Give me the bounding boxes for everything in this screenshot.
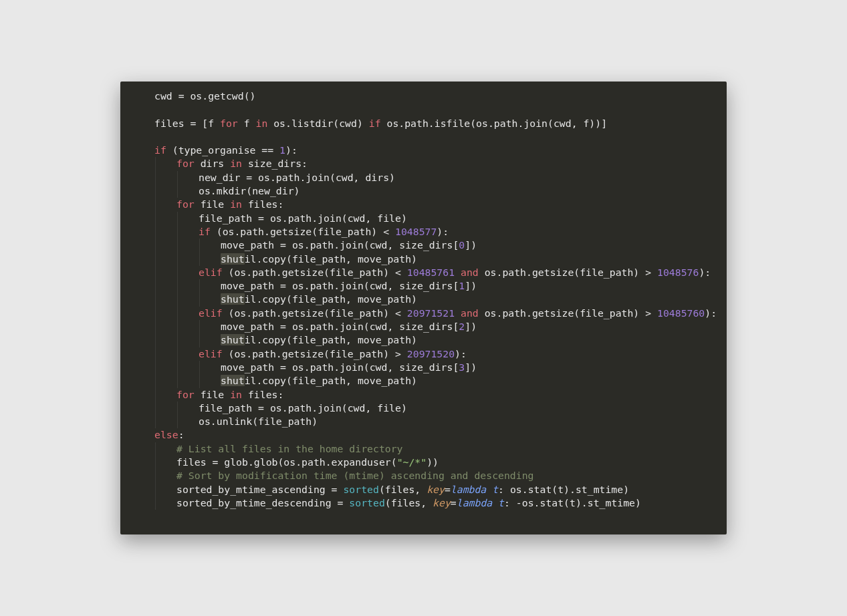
code-line[interactable]: files = glob.glob(os.path.expanduser("~/… <box>132 456 715 469</box>
code-line[interactable]: os.mkdir(new_dir) <box>132 184 715 198</box>
code-token <box>455 307 461 319</box>
indent-guide <box>199 320 200 333</box>
code-token: ): <box>437 226 449 237</box>
code-token: 20971520 <box>407 348 455 359</box>
indent-guide <box>155 483 156 496</box>
code-line[interactable]: shutil.copy(file_path, move_path) <box>132 293 715 306</box>
code-line[interactable]: elif (os.path.getsize(file_path) < 10485… <box>132 266 715 279</box>
code-line[interactable]: file_path = os.path.join(cwd, file) <box>132 212 715 225</box>
code-line[interactable]: if (type_organise == 1): <box>132 144 715 157</box>
code-token: files: <box>242 198 283 210</box>
code-token: (os.path.getsize(file_path) < <box>211 226 395 237</box>
code-token: file <box>195 198 230 210</box>
code-token: 20971521 <box>407 307 455 319</box>
code-token: (type_organise == <box>166 144 279 156</box>
code-line[interactable]: file_path = os.path.join(cwd, file) <box>132 402 715 415</box>
indent-guide <box>199 239 200 252</box>
indent-guide <box>155 253 156 266</box>
code-token: sorted_by_mtime_descending = <box>176 497 349 508</box>
code-token: = <box>445 484 451 495</box>
code-line[interactable]: for file in files: <box>132 388 715 402</box>
code-token: : <box>178 429 185 440</box>
code-token: 2 <box>459 321 465 332</box>
code-token: dirs <box>195 158 230 169</box>
code-line[interactable]: files = [f for f in os.listdir(cwd) if o… <box>132 117 715 130</box>
indent-guide <box>177 333 178 347</box>
code-token: 1048577 <box>395 226 437 237</box>
indent-guide <box>177 320 178 333</box>
indent-guide <box>199 253 200 266</box>
indent-guide <box>177 361 178 374</box>
indent-guide <box>155 157 156 170</box>
code-line[interactable]: for dirs in size_dirs: <box>132 157 715 170</box>
code-token: os.unlink(file_path) <box>199 416 318 427</box>
code-line[interactable]: new_dir = os.path.join(cwd, dirs) <box>132 171 715 184</box>
code-token: for <box>220 118 238 129</box>
code-token: (os.path.getsize(file_path) < <box>223 307 407 319</box>
code-line[interactable]: os.unlink(file_path) <box>132 415 715 428</box>
indent-guide <box>155 225 156 239</box>
code-line[interactable]: # Sort by modification time (mtime) asce… <box>132 469 715 482</box>
code-line[interactable]: for file in files: <box>132 198 715 211</box>
code-token: file <box>195 389 230 400</box>
code-token: sorted <box>343 484 378 495</box>
code-line[interactable]: elif (os.path.getsize(file_path) > 20971… <box>132 347 715 361</box>
code-token: = <box>451 497 457 508</box>
code-line[interactable]: move_path = os.path.join(cwd, size_dirs[… <box>132 361 715 374</box>
code-token: 1048576 <box>657 267 699 278</box>
code-line[interactable]: elif (os.path.getsize(file_path) < 20971… <box>132 307 715 320</box>
code-content[interactable]: cwd = os.getcwd() files = [f for f in os… <box>120 90 727 510</box>
code-token: shut <box>221 375 245 386</box>
indent-guide <box>155 198 156 211</box>
code-token: files = [f <box>154 118 220 129</box>
code-line[interactable]: move_path = os.path.join(cwd, size_dirs[… <box>132 279 715 293</box>
code-token: file_path = os.path.join(cwd, file) <box>199 402 407 414</box>
indent-guide <box>199 374 200 388</box>
code-line[interactable]: move_path = os.path.join(cwd, size_dirs[… <box>132 239 715 252</box>
code-token: in <box>255 118 267 129</box>
code-token: move_path = os.path.join(cwd, size_dirs[ <box>221 321 459 332</box>
indent-guide <box>199 361 200 374</box>
code-line[interactable] <box>132 130 715 144</box>
code-token: ]) <box>465 321 477 332</box>
code-line[interactable] <box>132 103 715 116</box>
code-editor[interactable]: cwd = os.getcwd() files = [f for f in os… <box>120 82 727 534</box>
indent-guide <box>155 456 156 469</box>
indent-guide <box>177 225 178 239</box>
code-line[interactable]: shutil.copy(file_path, move_path) <box>132 374 715 388</box>
code-token: files: <box>242 389 283 400</box>
code-line[interactable]: shutil.copy(file_path, move_path) <box>132 253 715 266</box>
indent-guide <box>177 239 178 252</box>
code-token: key <box>427 484 445 495</box>
code-line[interactable]: else: <box>132 428 715 442</box>
code-token: key <box>433 497 451 508</box>
code-line[interactable]: move_path = os.path.join(cwd, size_dirs[… <box>132 320 715 333</box>
code-line[interactable]: if (os.path.getsize(file_path) < 1048577… <box>132 225 715 239</box>
code-token: ): <box>699 267 711 278</box>
code-token: 1 <box>459 280 465 291</box>
indent-guide <box>155 293 156 306</box>
code-token: file_path = os.path.join(cwd, file) <box>199 212 407 224</box>
code-token: 3 <box>459 361 465 373</box>
indent-guide <box>177 253 178 266</box>
code-line[interactable]: # List all files in the home directory <box>132 442 715 456</box>
code-token: sorted_by_mtime_ascending = <box>176 484 343 495</box>
code-token: and <box>461 267 479 278</box>
code-token: ): <box>455 348 467 359</box>
indent-guide <box>155 239 156 252</box>
code-token: os.path.getsize(file_path) > <box>479 307 657 319</box>
indent-guide <box>199 293 200 306</box>
indent-guide <box>177 266 178 279</box>
code-line[interactable]: sorted_by_mtime_ascending = sorted(files… <box>132 483 715 496</box>
indent-guide <box>155 307 156 320</box>
indent-guide <box>155 333 156 347</box>
code-line[interactable]: sorted_by_mtime_descending = sorted(file… <box>132 496 715 510</box>
code-line[interactable]: cwd = os.getcwd() <box>132 90 715 103</box>
indent-guide <box>155 388 156 402</box>
code-line[interactable]: shutil.copy(file_path, move_path) <box>132 333 715 347</box>
stage: cwd = os.getcwd() files = [f for f in os… <box>0 0 847 616</box>
indent-guide <box>177 374 178 388</box>
code-token: "~/*" <box>397 456 427 468</box>
code-token: : -os.stat(t).st_mtime) <box>504 497 641 508</box>
code-token: il.copy(file_path, move_path) <box>245 375 417 386</box>
